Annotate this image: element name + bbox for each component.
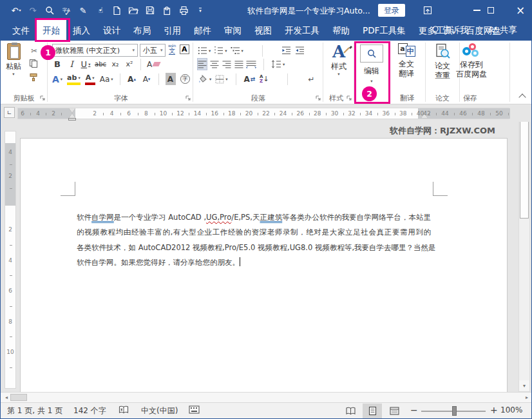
align-center-button[interactable] — [209, 58, 220, 70]
more-commands-icon[interactable]: ▾ — [195, 5, 205, 16]
horizontal-scroll-thumb[interactable] — [10, 394, 27, 401]
read-mode-icon[interactable] — [341, 404, 360, 418]
document-line[interactable]: 软件自学网。如果您觉得好，请分享给您的朋友。 — [77, 255, 431, 270]
tab-layout[interactable]: 布局 — [127, 20, 157, 41]
spell-check-icon[interactable]: 字A — [61, 5, 71, 16]
bullets-button[interactable] — [198, 44, 211, 57]
new-document-icon[interactable] — [111, 5, 122, 16]
print-layout-icon[interactable] — [363, 404, 382, 418]
proofing-status-icon[interactable] — [119, 405, 129, 416]
horizontal-scrollbar[interactable]: ◂ ▸ — [1, 392, 532, 403]
bold-button[interactable]: B — [52, 58, 62, 70]
undo-icon[interactable]: ↶▾ — [11, 5, 21, 16]
vertical-ruler[interactable]: 42246810 — [5, 131, 16, 389]
styles-dialog-launcher-icon[interactable] — [346, 95, 352, 101]
tab-design[interactable]: 设计 — [97, 20, 127, 41]
ribbon-display-options-icon[interactable] — [418, 1, 437, 20]
align-left-button[interactable] — [197, 58, 207, 70]
redo-icon[interactable]: ↷ — [28, 5, 38, 16]
tell-me[interactable]: 告诉我 — [431, 20, 469, 41]
zoom-slider-thumb[interactable] — [452, 406, 457, 416]
touch-mouse-mode-icon[interactable]: ☝▾ — [95, 5, 105, 16]
numbering-button[interactable] — [214, 44, 227, 57]
grow-font-button[interactable]: A — [127, 73, 137, 85]
borders-button[interactable] — [215, 73, 227, 85]
decrease-indent-button[interactable] — [281, 44, 292, 57]
translate-button[interactable]: a中 全文 翻译 — [392, 43, 421, 79]
page-info[interactable]: 第 1 页, 共 1 页 — [7, 405, 62, 416]
word-count[interactable]: 142 个字 — [73, 405, 106, 416]
copy-button[interactable] — [29, 59, 38, 68]
tab-mailings[interactable]: 邮件 — [187, 20, 218, 41]
tab-pdf-tools[interactable]: PDF工具集 — [356, 20, 412, 41]
hanging-indent-marker[interactable] — [69, 113, 75, 118]
shrink-font-button[interactable]: A — [142, 73, 152, 85]
scroll-left-icon[interactable]: ◂ — [2, 393, 11, 402]
format-painter-button[interactable] — [29, 73, 38, 82]
line-spacing-button[interactable] — [271, 58, 285, 70]
left-indent-marker[interactable] — [68, 118, 76, 121]
italic-button[interactable]: I — [66, 58, 77, 70]
language-status[interactable]: 中文(中国) — [141, 405, 178, 416]
tab-references[interactable]: 引用 — [157, 20, 187, 41]
edit-document-icon[interactable]: ✎ — [78, 5, 88, 16]
vertical-scrollbar[interactable]: ▴ ▾ — [518, 122, 530, 392]
collapse-ribbon-icon[interactable] — [518, 93, 526, 101]
enclose-characters-button[interactable]: 字 — [180, 73, 191, 85]
tab-developer[interactable]: 开发工具 — [278, 20, 326, 41]
justify-button[interactable] — [234, 58, 244, 70]
align-right-button[interactable] — [222, 58, 232, 70]
web-layout-icon[interactable] — [385, 404, 404, 418]
strikethrough-button[interactable]: abc — [95, 58, 106, 70]
tab-insert[interactable]: 插入 — [66, 20, 97, 41]
subscript-button[interactable]: x₂ — [110, 58, 120, 70]
zoom-in-icon[interactable]: + — [490, 405, 498, 415]
font-color-button[interactable]: A — [85, 73, 95, 85]
font-size-combo[interactable]: 小五 — [140, 44, 166, 57]
text-effects-button[interactable]: A — [52, 73, 62, 85]
document-line[interactable]: 软件自学网是一个专业学习 AutoCAD ,UG,Pro/E,PS,天正建筑等各… — [77, 210, 431, 225]
horizontal-ruler[interactable]: 6422468101214161820222426283032343638404… — [17, 108, 509, 119]
zoom-out-icon[interactable]: − — [410, 405, 418, 415]
close-icon[interactable]: × — [509, 1, 531, 20]
tab-view[interactable]: 视图 — [248, 20, 278, 41]
document-page[interactable]: 软件自学网是一个专业学习 AutoCAD ,UG,Pro/E,PS,天正建筑等各… — [20, 138, 508, 392]
increase-indent-button[interactable] — [295, 44, 305, 57]
styles-button[interactable]: A 样式 — [327, 43, 351, 77]
font-dialog-launcher-icon[interactable] — [185, 95, 191, 101]
save-to-baidu-button[interactable]: 保存到 百度网盘 — [451, 43, 491, 79]
tab-selector[interactable]: ∟ — [4, 107, 15, 118]
tab-review[interactable]: 审阅 — [218, 20, 248, 41]
clipboard-dialog-launcher-icon[interactable] — [39, 95, 46, 101]
first-line-indent-marker[interactable] — [69, 108, 75, 113]
distribute-button[interactable] — [246, 58, 256, 70]
zoom-level[interactable]: 100% — [500, 405, 522, 414]
shading-button[interactable] — [198, 73, 211, 85]
attach-file-icon[interactable] — [162, 5, 172, 16]
save-icon[interactable] — [145, 5, 155, 16]
paste-button[interactable]: 粘贴 — [6, 43, 21, 77]
document-line[interactable]: 各类软件技术，如 AutoCAD2012 视频教程,Pro/E5.0 视频教程,… — [77, 240, 431, 255]
character-shading-button[interactable]: A — [166, 73, 176, 85]
print-preview-icon[interactable] — [44, 5, 55, 16]
character-border-button[interactable]: A — [180, 44, 189, 54]
vertical-scroll-thumb[interactable] — [520, 122, 529, 219]
tab-help[interactable]: 帮助 — [326, 20, 356, 41]
tab-file[interactable]: 文件 — [6, 20, 36, 41]
quick-print-icon[interactable] — [178, 5, 189, 16]
sort-button[interactable]: AZ — [259, 73, 269, 85]
zoom-slider[interactable] — [421, 411, 486, 412]
superscript-button[interactable]: x² — [124, 58, 135, 70]
input-mode-icon[interactable] — [189, 405, 200, 416]
underline-button[interactable]: U — [81, 58, 91, 70]
document-line[interactable]: 的视频教程均由经验丰富的,有大型企业工作经验的资深老师录制，绝对是大家立足社会真… — [77, 225, 431, 240]
maximize-icon[interactable] — [480, 1, 502, 20]
paragraph-dialog-launcher-icon[interactable] — [315, 95, 321, 101]
change-case-button[interactable]: Aa — [100, 73, 113, 85]
show-hide-marks-button[interactable]: ↵ — [306, 73, 316, 85]
character-scaling-button[interactable]: A — [244, 73, 256, 85]
scroll-right-icon[interactable]: ▸ — [522, 393, 531, 402]
document-text[interactable]: 软件自学网是一个专业学习 AutoCAD ,UG,Pro/E,PS,天正建筑等各… — [77, 210, 431, 270]
phonetic-guide-button[interactable]: wén文 — [168, 44, 176, 55]
open-file-icon[interactable] — [128, 5, 138, 16]
